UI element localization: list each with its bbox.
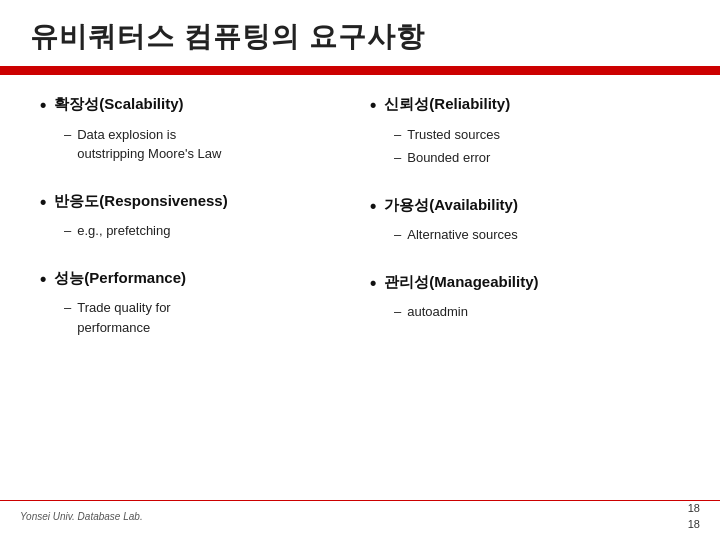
performance-label: 성능(Performance) (54, 269, 186, 288)
availability-label: 가용성(Availability) (384, 196, 518, 215)
reliability-label: 신뢰성(Reliability) (384, 95, 510, 114)
sub-dash: – (394, 148, 401, 168)
manageability-label: 관리성(Manageability) (384, 273, 538, 292)
section-performance: • 성능(Performance) – Trade quality forper… (40, 269, 350, 338)
responsiveness-subitem-0: – e.g., prefetching (64, 221, 350, 241)
section-responsiveness: • 반응도(Responsiveness) – e.g., prefetchin… (40, 192, 350, 241)
footer-lab-label: Yonsei Univ. Database Lab. (20, 511, 143, 522)
performance-subtext-0: Trade quality forperformance (77, 298, 170, 337)
sub-dash: – (394, 125, 401, 145)
bullet-manageability: • 관리성(Manageability) (370, 273, 680, 295)
bullet-dot-availability: • (370, 196, 376, 218)
bullet-dot-performance: • (40, 269, 46, 291)
slide: 유비쿼터스 컴퓨팅의 요구사항 • 확장성(Scalability) – Dat… (0, 0, 720, 540)
page-top: 18 (688, 502, 700, 514)
availability-subtext-0: Alternative sources (407, 225, 518, 245)
section-scalability: • 확장성(Scalability) – Data explosion isou… (40, 95, 350, 164)
bullet-dot-scalability: • (40, 95, 46, 117)
performance-subitems: – Trade quality forperformance (64, 298, 350, 337)
scalability-subitems: – Data explosion isoutstripping Moore's … (64, 125, 350, 164)
reliability-subitems: – Trusted sources – Bounded error (394, 125, 680, 168)
availability-subitems: – Alternative sources (394, 225, 680, 245)
scalability-label: 확장성(Scalability) (54, 95, 183, 114)
responsiveness-subtext-0: e.g., prefetching (77, 221, 170, 241)
bullet-dot-reliability: • (370, 95, 376, 117)
main-content: • 확장성(Scalability) – Data explosion isou… (0, 75, 720, 375)
manageability-subitems: – autoadmin (394, 302, 680, 322)
manageability-subtext-0: autoadmin (407, 302, 468, 322)
responsiveness-subitems: – e.g., prefetching (64, 221, 350, 241)
page-title: 유비쿼터스 컴퓨팅의 요구사항 (30, 18, 690, 56)
section-reliability: • 신뢰성(Reliability) – Trusted sources – B… (370, 95, 680, 168)
bullet-dot-manageability: • (370, 273, 376, 295)
reliability-subtext-0: Trusted sources (407, 125, 500, 145)
performance-subitem-0: – Trade quality forperformance (64, 298, 350, 337)
page-bottom: 18 (688, 518, 700, 530)
section-availability: • 가용성(Availability) – Alternative source… (370, 196, 680, 245)
scalability-subtext-0: Data explosion isoutstripping Moore's La… (77, 125, 221, 164)
bullet-performance: • 성능(Performance) (40, 269, 350, 291)
availability-subitem-0: – Alternative sources (394, 225, 680, 245)
sub-dash: – (394, 225, 401, 245)
right-column: • 신뢰성(Reliability) – Trusted sources – B… (360, 95, 690, 365)
bullet-dot-responsiveness: • (40, 192, 46, 214)
sub-dash: – (64, 221, 71, 241)
reliability-subitem-1: – Bounded error (394, 148, 680, 168)
slide-footer: Yonsei Univ. Database Lab. 18 18 (0, 500, 720, 532)
manageability-subitem-0: – autoadmin (394, 302, 680, 322)
responsiveness-label: 반응도(Responsiveness) (54, 192, 227, 211)
sub-dash: – (394, 302, 401, 322)
sub-dash: – (64, 298, 71, 318)
bullet-reliability: • 신뢰성(Reliability) (370, 95, 680, 117)
bullet-scalability: • 확장성(Scalability) (40, 95, 350, 117)
section-manageability: • 관리성(Manageability) – autoadmin (370, 273, 680, 322)
bullet-responsiveness: • 반응도(Responsiveness) (40, 192, 350, 214)
slide-header: 유비쿼터스 컴퓨팅의 요구사항 (0, 0, 720, 69)
footer-page-number: 18 18 (688, 501, 700, 532)
bullet-availability: • 가용성(Availability) (370, 196, 680, 218)
reliability-subtext-1: Bounded error (407, 148, 490, 168)
sub-dash: – (64, 125, 71, 145)
left-column: • 확장성(Scalability) – Data explosion isou… (30, 95, 360, 365)
scalability-subitem-0: – Data explosion isoutstripping Moore's … (64, 125, 350, 164)
reliability-subitem-0: – Trusted sources (394, 125, 680, 145)
